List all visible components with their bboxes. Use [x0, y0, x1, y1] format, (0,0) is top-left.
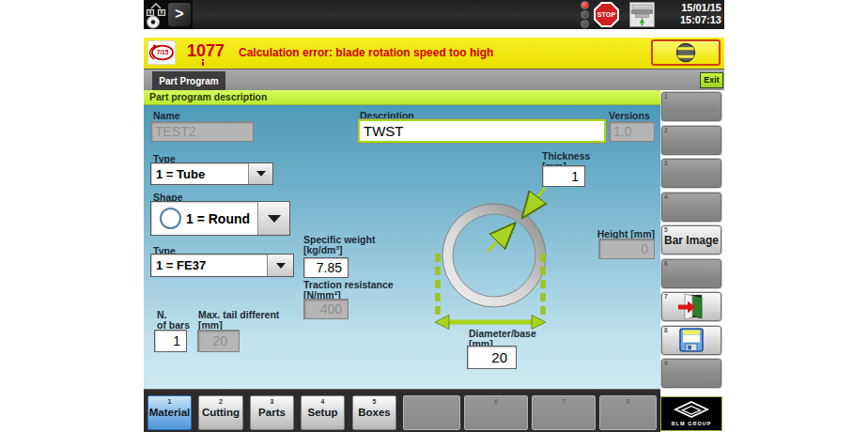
type-dropdown[interactable]: 1 = Tube — [150, 162, 273, 185]
tab-part-program[interactable]: Part Program — [152, 71, 225, 91]
date-label: 15/01/15 — [659, 2, 721, 14]
blm-diamond-icon — [672, 401, 711, 420]
saw-blade-icon[interactable] — [146, 15, 161, 29]
bottom-tab-bar: 1 Material 2 Cutting 3 Parts 4 Setup 5 B… — [144, 389, 660, 432]
max-tail-field: 20 — [197, 330, 240, 352]
name-field: TEST2 — [150, 121, 254, 142]
traction-resistance-field: 400 — [303, 299, 349, 319]
section-title: Part program description — [144, 90, 660, 105]
sidebar-button-save[interactable]: 8 — [660, 325, 722, 356]
traction-resistance-label: Traction resistance [N/mm²] — [303, 280, 394, 301]
sidebar-button-4[interactable]: 4 — [660, 192, 722, 223]
tab-6[interactable]: 6 — [464, 395, 528, 430]
alarm-indicator-mark — [202, 62, 204, 66]
n-of-bars-label: N. of bars — [157, 310, 190, 331]
shape-dropdown-value: 1 = Round — [181, 202, 257, 235]
sidebar-button-9[interactable]: 9 — [660, 358, 722, 389]
tab-strip: Part Program Exit — [144, 69, 724, 90]
svg-text:7/15: 7/15 — [157, 49, 169, 55]
sidebar-button-bar-image[interactable]: 5 Bar Image — [660, 224, 722, 255]
blm-brand-text: BLM GROUP — [672, 421, 712, 426]
stop-sign-label: STOP — [596, 4, 617, 25]
sidebar-button-2[interactable]: 2 — [660, 125, 722, 156]
machine-status-icon — [629, 2, 655, 27]
sidebar-button-exit-program[interactable]: 7 — [660, 291, 722, 322]
versions-label: Versions — [609, 110, 650, 121]
caret-down-icon — [268, 215, 281, 223]
round-shape-icon — [160, 208, 181, 229]
thickness-field[interactable]: 1 — [542, 165, 585, 187]
topbar: > STOP 15/01/15 15:07:13 — [144, 0, 724, 29]
program-flow-icon[interactable] — [146, 2, 166, 16]
material-type-dropdown[interactable]: 1 = FE37 — [150, 254, 294, 277]
part-program-form: Name TEST2 Description TWST Versions 1.0… — [144, 105, 660, 389]
traffic-light-red — [581, 1, 589, 9]
datetime-display: 15/01/15 15:07:13 — [659, 2, 721, 26]
tab-setup[interactable]: 4 Setup — [301, 395, 345, 430]
material-dropdown-value: 1 = FE37 — [151, 255, 267, 276]
traffic-light-green-off — [581, 20, 589, 28]
caret-down-icon — [256, 171, 266, 177]
n-of-bars-field[interactable]: 1 — [154, 330, 187, 352]
alarm-silence-icon — [674, 41, 697, 64]
tab-7[interactable]: 7 — [532, 395, 596, 430]
traffic-light-yellow-off — [581, 10, 589, 19]
alarm-counter-badge[interactable]: 7/15 — [147, 40, 176, 65]
stop-sign: STOP — [594, 2, 619, 27]
blm-group-logo: BLM GROUP — [660, 396, 722, 431]
sidebar-button-1[interactable]: 1 — [660, 91, 722, 122]
exit-door-icon — [677, 293, 705, 320]
exit-button[interactable]: Exit — [700, 72, 723, 88]
tab-boxes[interactable]: 5 Boxes — [352, 395, 396, 430]
dropdown-arrow-button[interactable] — [257, 202, 289, 235]
caret-down-icon — [276, 263, 286, 269]
machine-hmi-screen: > STOP 15/01/15 15:07:13 — [0, 0, 868, 432]
max-tail-label: Max. tail different [mm] — [198, 310, 279, 331]
save-floppy-icon — [678, 327, 705, 353]
type-dropdown-value: 1 = Tube — [151, 163, 248, 184]
tab-cutting[interactable]: 2 Cutting — [198, 395, 243, 430]
traffic-light-indicator — [579, 1, 591, 28]
tab-8[interactable]: 8 — [599, 395, 657, 430]
alarm-silence-button[interactable] — [651, 39, 721, 66]
shape-dropdown[interactable]: 1 = Round — [150, 201, 290, 236]
specific-weight-field[interactable]: 7.85 — [303, 257, 349, 278]
thickness-inner-arrow-icon — [488, 226, 512, 252]
tab-empty[interactable] — [403, 395, 460, 430]
alarm-bar: 7/15 1077 Calculation error: blade rotat… — [144, 38, 724, 69]
diameter-field[interactable]: 20 — [467, 346, 517, 369]
thickness-arrow-icon — [525, 188, 545, 214]
time-label: 15:07:13 — [659, 14, 721, 26]
chevron-right-icon[interactable]: > — [168, 3, 191, 26]
dropdown-arrow-button[interactable] — [248, 163, 272, 184]
dropdown-arrow-button[interactable] — [267, 255, 293, 276]
alarm-code: 1077 — [187, 41, 225, 61]
name-label: Name — [153, 110, 180, 121]
specific-weight-label: Specific weight [kg/dm³] — [303, 235, 375, 255]
description-field[interactable]: TWST — [358, 119, 606, 143]
height-field: 0 — [598, 239, 655, 259]
sidebar-button-3[interactable]: 3 — [660, 158, 722, 189]
tab-material[interactable]: 1 Material — [147, 395, 192, 430]
versions-field: 1.0 — [609, 121, 655, 142]
sidebar-button-6[interactable]: 6 — [660, 258, 722, 289]
tab-parts[interactable]: 3 Parts — [250, 395, 294, 430]
alarm-counter-icon: 7/15 — [148, 41, 175, 64]
tube-ring-diagram — [433, 150, 557, 338]
alarm-message: Calculation error: blade rotation speed … — [239, 46, 493, 59]
